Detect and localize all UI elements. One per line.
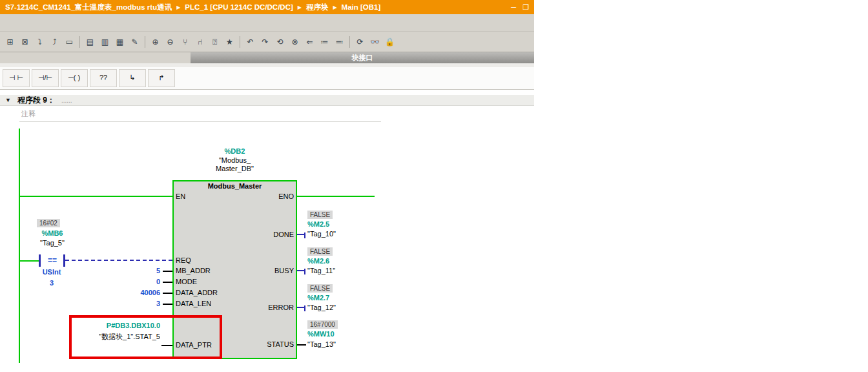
close-branch-icon[interactable]: ⑁: [193, 34, 207, 50]
highlight-box: [69, 315, 222, 359]
busy-address[interactable]: %M2.6: [307, 257, 329, 265]
busy-wire-false: [297, 270, 304, 271]
block-title: Modbus_Master: [172, 182, 297, 190]
network-comments-icon[interactable]: ✎: [128, 34, 141, 50]
network-comment[interactable]: 注释: [21, 109, 36, 119]
toolbar-separator: [145, 36, 145, 48]
data-addr-value[interactable]: 40006: [96, 289, 160, 296]
monitor-value-chip: 16#02: [37, 219, 60, 227]
pin-error: ERROR: [249, 304, 294, 311]
breadcrumb-main-ob1[interactable]: Main [OB1]: [342, 3, 381, 11]
block-interface-splitter[interactable]: 块接口: [191, 52, 534, 63]
update-block-calls-icon[interactable]: ⟲: [273, 34, 287, 50]
compare-values-icon[interactable]: ⇐: [303, 34, 316, 50]
busy-tag[interactable]: "Tag_11": [307, 267, 335, 274]
open-contact-button[interactable]: ⊣ ⊢: [3, 69, 30, 87]
instance-db-name-line2[interactable]: Master_DB": [172, 165, 297, 172]
closed-contact-button[interactable]: ⊣/⊢: [32, 69, 59, 87]
network-title-dots: ......: [61, 97, 72, 104]
compare-operator[interactable]: ==: [43, 256, 62, 265]
instance-db-address[interactable]: %DB2: [172, 147, 297, 155]
done-address[interactable]: %M2.5: [307, 220, 329, 228]
collapse-network-icon[interactable]: ▼: [5, 97, 11, 103]
coil-button[interactable]: ─( ): [61, 69, 88, 87]
monitoring-glasses-icon[interactable]: 👓: [368, 34, 382, 50]
dock-window-button[interactable]: ❐: [522, 3, 529, 12]
compare-data-type[interactable]: USInt: [31, 268, 72, 276]
compare-value[interactable]: 3: [31, 279, 72, 287]
empty-box-button[interactable]: ??: [90, 69, 117, 87]
insert-row-icon[interactable]: ⤵: [33, 34, 46, 50]
error-tag[interactable]: "Tag_12": [307, 304, 336, 311]
pin-data-addr: DATA_ADDR: [176, 289, 218, 296]
next-error-icon[interactable]: ↷: [258, 34, 272, 50]
mode-wire: [163, 282, 172, 283]
consistency-error-icon[interactable]: ⊗: [288, 34, 302, 50]
en-wire: [19, 196, 174, 197]
pin-mb-addr: MB_ADDR: [176, 267, 211, 274]
data-len-value[interactable]: 3: [96, 300, 160, 307]
absolute-symbolic-toggle-icon[interactable]: ▦: [113, 34, 127, 50]
empty-box-icon[interactable]: ⍰: [208, 34, 222, 50]
close-branch-button[interactable]: ↱: [148, 69, 175, 87]
mb-addr-value[interactable]: 5: [96, 267, 160, 274]
busy-monitor-chip: FALSE: [307, 247, 333, 256]
done-monitor-chip: FALSE: [307, 211, 333, 219]
contact-tag[interactable]: "Tag_5": [26, 239, 79, 247]
status-wire: [297, 344, 306, 346]
breadcrumb-project[interactable]: S7-1214C_CM1241_富士温度表_modbus rtu通讯: [5, 3, 172, 12]
menu-strip: [0, 14, 534, 32]
pin-status: STATUS: [249, 340, 294, 348]
pin-done: DONE: [249, 231, 294, 238]
breadcrumb-arrow-icon: ▶: [176, 5, 180, 10]
status-address[interactable]: %MW10: [307, 330, 335, 338]
previous-error-icon[interactable]: ↶: [243, 34, 257, 50]
done-tag[interactable]: "Tag_10": [307, 230, 336, 238]
power-rail: [19, 129, 20, 363]
favorites-icon[interactable]: ★: [223, 34, 236, 50]
insert-input-icon[interactable]: ⊕: [149, 34, 162, 50]
toolbar-separator: [240, 36, 240, 48]
error-address[interactable]: %M2.7: [307, 294, 329, 302]
expand-all-networks-icon[interactable]: ▤: [83, 34, 97, 50]
open-branch-icon[interactable]: ⑂: [178, 34, 192, 50]
add-row-icon[interactable]: ⤴: [48, 34, 61, 50]
pin-busy: BUSY: [249, 267, 294, 274]
error-tick-icon: [304, 305, 305, 311]
contact-address[interactable]: %MB6: [26, 229, 79, 237]
network-title[interactable]: 程序段 9：: [17, 95, 55, 106]
breadcrumb-arrow-icon: ▶: [298, 5, 302, 10]
collapse-all-networks-icon[interactable]: ▥: [98, 34, 112, 50]
pin-mode: MODE: [176, 278, 197, 285]
pin-data-len: DATA_LEN: [176, 300, 211, 307]
apply-snapshot-icon[interactable]: ≕: [333, 34, 346, 50]
busy-tick-icon: [304, 269, 305, 274]
instance-db-name-line1[interactable]: "Modbus_: [172, 156, 297, 164]
delete-network-icon[interactable]: ⊠: [18, 34, 32, 50]
req-wire-false: [65, 260, 172, 261]
lock-icon[interactable]: 🔒: [383, 34, 397, 50]
tia-portal-window: S7-1214C_CM1241_富士温度表_modbus rtu通讯 ▶ PLC…: [0, 0, 868, 372]
snapshot-values-icon[interactable]: ≔: [318, 34, 331, 50]
eno-wire: [296, 196, 375, 197]
contact-left-bar-icon[interactable]: [39, 254, 41, 267]
remove-input-icon[interactable]: ⊖: [163, 34, 177, 50]
select-block-icon[interactable]: ▭: [63, 34, 76, 50]
done-tick-icon: [304, 232, 305, 238]
data-len-wire: [163, 304, 172, 305]
load-start-values-icon[interactable]: ⟳: [353, 34, 367, 50]
minimize-button[interactable]: ─: [511, 3, 516, 11]
interface-splitter-filler: [0, 52, 191, 63]
open-branch-button[interactable]: ↳: [119, 69, 146, 87]
pin-eno: ENO: [249, 192, 294, 200]
mb-addr-wire: [163, 271, 172, 272]
breadcrumb-program-blocks[interactable]: 程序块: [306, 3, 329, 12]
error-monitor-chip: FALSE: [307, 284, 333, 293]
pin-en: EN: [176, 192, 185, 200]
title-bar: S7-1214C_CM1241_富士温度表_modbus rtu通讯 ▶ PLC…: [0, 0, 534, 14]
status-tag[interactable]: "Tag_13": [307, 340, 336, 348]
insert-network-icon[interactable]: ⊞: [3, 34, 17, 50]
mode-value[interactable]: 0: [96, 278, 160, 285]
toolbar-separator: [79, 36, 80, 48]
breadcrumb-plc[interactable]: PLC_1 [CPU 1214C DC/DC/DC]: [185, 3, 293, 11]
